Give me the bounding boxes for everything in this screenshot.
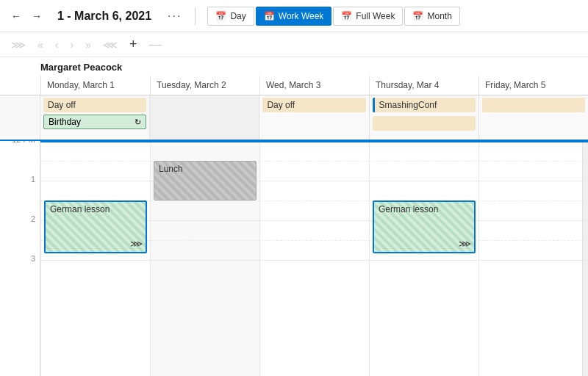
day-col-wed — [259, 141, 369, 376]
time-slot-3pm: 3 — [0, 260, 40, 300]
event-birthday[interactable]: Birthday ↻ — [43, 115, 146, 129]
event-dayoff-wed[interactable]: Day off — [262, 98, 365, 112]
last-page-button[interactable]: ⋘ — [99, 37, 121, 52]
day-header-thu: Thursday, Mar 4 — [369, 76, 478, 95]
view-fullweek-button[interactable]: 📅 Full Week — [333, 7, 403, 26]
first-page-button[interactable]: ⋙ — [7, 37, 29, 52]
fullweek-icon: 📅 — [341, 11, 352, 21]
birthday-label: Birthday — [49, 117, 81, 127]
view-workweek-button[interactable]: 📅 Work Week — [256, 7, 332, 26]
view-day-button[interactable]: 📅 Day — [207, 7, 254, 26]
allday-col-thu: SmashingConf — [369, 95, 478, 140]
secondary-toolbar: ⋙ « ‹ › » ⋘ + — — [0, 32, 588, 57]
day-header-wed: Wed, March 3 — [259, 76, 369, 95]
add-button[interactable]: + — [126, 35, 141, 54]
recur-icon-birthday: ↻ — [135, 118, 141, 127]
more-button[interactable]: ··· — [163, 8, 186, 24]
time-column: 12 PM 1 2 3 — [0, 141, 40, 376]
2pm-label: 2 — [31, 214, 35, 223]
header-gutter — [0, 76, 40, 95]
event-german-mon[interactable]: German lesson ⋙ — [44, 200, 147, 253]
next-button[interactable]: › — [66, 37, 77, 52]
month-label: Month — [427, 11, 451, 21]
workweek-icon: 📅 — [264, 11, 275, 21]
day-col-tue: Lunch — [150, 141, 259, 376]
toolbar-divider — [195, 7, 196, 25]
lunch-label: Lunch — [159, 164, 251, 174]
date-title: 1 - March 6, 2021 — [57, 10, 151, 23]
time-grid: 12 PM 1 2 3 — [0, 141, 588, 376]
view-buttons: 📅 Day 📅 Work Week 📅 Full Week 📅 Month — [207, 7, 459, 26]
workweek-label: Work Week — [279, 11, 324, 21]
event-dayoff-mon[interactable]: Day off — [43, 98, 146, 112]
fullweek-label: Full Week — [356, 11, 395, 21]
event-conf-fri — [482, 98, 585, 112]
day-col-mon: German lesson ⋙ — [40, 141, 150, 376]
month-icon: 📅 — [412, 11, 423, 21]
calendar-area: Margaret Peacock Monday, March 1 Tuesday… — [0, 57, 588, 376]
event-smashingconf[interactable]: SmashingConf — [373, 98, 476, 112]
prev-button[interactable]: ‹ — [51, 37, 62, 52]
day-icon: 📅 — [215, 11, 226, 21]
view-month-button[interactable]: 📅 Month — [404, 7, 459, 26]
forward-button[interactable]: → — [28, 8, 46, 24]
day-header-fri: Friday, March 5 — [478, 76, 588, 95]
person-name: Margaret Peacock — [0, 57, 588, 76]
day-label: Day — [230, 11, 245, 21]
1pm-label: 1 — [31, 175, 35, 184]
day-headers: Monday, March 1 Tuesday, March 2 Wed, Ma… — [0, 76, 588, 95]
allday-col-tue — [149, 95, 259, 140]
3pm-label: 3 — [31, 254, 35, 263]
prev-many-button[interactable]: « — [34, 37, 47, 52]
back-button[interactable]: ← — [7, 8, 25, 24]
allday-col-mon: Day off Birthday ↻ — [40, 95, 149, 140]
next-many-button[interactable]: » — [82, 37, 95, 52]
event-german-thu[interactable]: German lesson ⋙ — [373, 200, 476, 253]
nav-buttons: ← → — [7, 8, 46, 24]
allday-col-wed: Day off — [259, 95, 368, 140]
days-grid: German lesson ⋙ Lunch German lesson ⋙ — [40, 141, 588, 376]
german-mon-label: German lesson — [50, 204, 141, 214]
day-col-thu: German lesson ⋙ — [369, 141, 478, 376]
event-lunch[interactable]: Lunch — [154, 161, 257, 200]
allday-gutter — [0, 95, 40, 140]
day-col-fri — [478, 141, 588, 376]
recur-icon-german-mon: ⋙ — [130, 239, 143, 249]
allday-section: Day off Birthday ↻ Day off SmashingConf — [0, 95, 588, 141]
main-toolbar: ← → 1 - March 6, 2021 ··· 📅 Day 📅 Work W… — [0, 0, 588, 32]
event-conf-continued — [373, 116, 476, 131]
day-header-tue: Tuesday, March 2 — [150, 76, 259, 95]
german-thu-label: German lesson — [379, 204, 470, 214]
recur-icon-german-thu: ⋙ — [459, 239, 471, 249]
allday-columns: Day off Birthday ↻ Day off SmashingConf — [40, 95, 588, 140]
noon-label: 12 PM — [12, 141, 35, 144]
minus-button[interactable]: — — [145, 35, 165, 54]
day-header-mon: Monday, March 1 — [40, 76, 150, 95]
allday-col-fri — [478, 95, 588, 140]
scroll-hint — [582, 141, 588, 376]
